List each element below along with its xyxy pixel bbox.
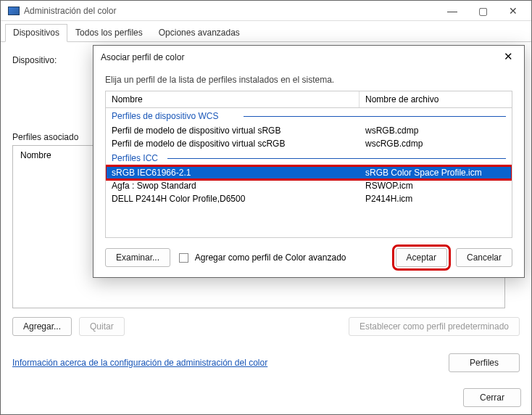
advanced-checkbox[interactable] bbox=[179, 253, 188, 263]
profile-file: wscRGB.cdmp bbox=[365, 139, 506, 149]
group-wcs: Perfiles de dispositivo WCS bbox=[106, 108, 512, 124]
footer-bar: Cerrar bbox=[463, 388, 521, 407]
main-button-row: Agregar... Quitar Establecer como perfil… bbox=[12, 317, 520, 336]
tab-advanced-options[interactable]: Opciones avanzadas bbox=[151, 24, 248, 41]
add-button[interactable]: Agregar... bbox=[12, 317, 72, 336]
browse-button[interactable]: Examinar... bbox=[105, 248, 170, 267]
advanced-checkbox-label[interactable]: Agregar como perfil de Color avanzado bbox=[179, 252, 346, 263]
profile-name: Perfil de modelo de dispositivo virtual … bbox=[112, 139, 365, 149]
tab-all-profiles[interactable]: Todos los perfiles bbox=[67, 24, 151, 41]
ok-button[interactable]: Aceptar bbox=[396, 248, 447, 267]
app-icon bbox=[8, 7, 20, 15]
profile-row[interactable]: Perfil de modelo de dispositivo virtual … bbox=[106, 124, 512, 137]
dialog-title-bar: Asociar perfil de color ✕ bbox=[93, 46, 524, 69]
profile-name: sRGB IEC61966-2.1 bbox=[112, 168, 365, 178]
minimize-button[interactable]: — bbox=[437, 6, 467, 16]
title-bar: Administración del color — ▢ ✕ bbox=[1, 1, 531, 21]
advanced-checkbox-text: Agregar como perfil de Color avanzado bbox=[195, 252, 346, 263]
close-main-button[interactable]: Cerrar bbox=[463, 388, 521, 407]
dialog-instruction: Elija un perfil de la lista de perfiles … bbox=[105, 75, 512, 85]
dialog-button-row: Examinar... Agregar como perfil de Color… bbox=[105, 248, 512, 267]
profile-list-header: Nombre Nombre de archivo bbox=[105, 91, 512, 107]
close-button[interactable]: ✕ bbox=[498, 6, 528, 16]
profile-file: RSWOP.icm bbox=[365, 181, 506, 191]
profile-name: Perfil de modelo de dispositivo virtual … bbox=[112, 126, 365, 136]
help-link[interactable]: Información acerca de la configuración d… bbox=[12, 358, 267, 368]
profiles-button[interactable]: Perfiles bbox=[449, 353, 520, 372]
group-icc: Perfiles ICC bbox=[106, 150, 512, 166]
profile-name: Agfa : Swop Standard bbox=[112, 181, 365, 191]
profile-file: P2414H.icm bbox=[365, 194, 506, 204]
associate-profile-dialog: Asociar perfil de color ✕ Elija un perfi… bbox=[93, 45, 525, 278]
window-title: Administración del color bbox=[24, 6, 437, 16]
column-header-name[interactable]: Nombre bbox=[106, 91, 359, 107]
tab-devices[interactable]: Dispositivos bbox=[5, 24, 67, 42]
cancel-button[interactable]: Cancelar bbox=[456, 248, 512, 267]
remove-button: Quitar bbox=[79, 317, 125, 336]
column-header-filename[interactable]: Nombre de archivo bbox=[359, 91, 512, 107]
dialog-title: Asociar perfil de color bbox=[101, 52, 499, 62]
tab-strip: Dispositivos Todos los perfiles Opciones… bbox=[1, 22, 531, 42]
profile-file: wsRGB.cdmp bbox=[365, 126, 506, 136]
profile-row[interactable]: Perfil de modelo de dispositivo virtual … bbox=[106, 137, 512, 150]
profile-row[interactable]: Agfa : Swop Standard RSWOP.icm bbox=[106, 179, 512, 192]
profile-name: DELL P2414H Color Profile,D6500 bbox=[112, 194, 365, 204]
profile-list[interactable]: Perfiles de dispositivo WCS Perfil de mo… bbox=[105, 107, 512, 238]
profile-row[interactable]: DELL P2414H Color Profile,D6500 P2414H.i… bbox=[106, 192, 512, 205]
maximize-button[interactable]: ▢ bbox=[467, 6, 498, 16]
profile-file: sRGB Color Space Profile.icm bbox=[365, 168, 506, 178]
set-default-button: Establecer como perfil predeterminado bbox=[349, 317, 520, 336]
profile-row-selected[interactable]: sRGB IEC61966-2.1 sRGB Color Space Profi… bbox=[106, 166, 512, 179]
dialog-close-button[interactable]: ✕ bbox=[499, 50, 517, 65]
